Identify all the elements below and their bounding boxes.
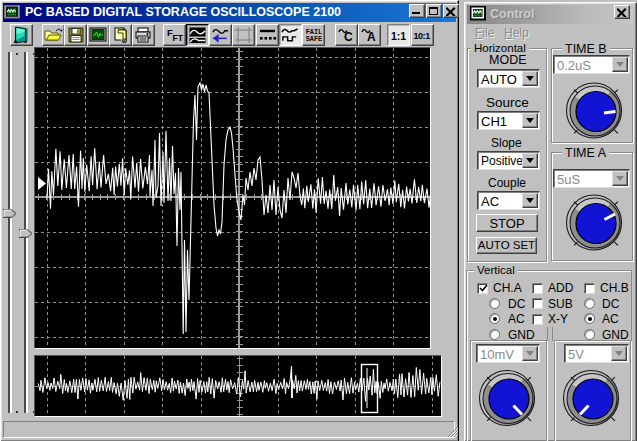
svg-text:1:1: 1:1 <box>391 31 406 42</box>
svg-text:C: C <box>344 30 353 44</box>
svg-text:10:1: 10:1 <box>413 31 430 41</box>
svg-text:SAFE: SAFE <box>305 35 321 43</box>
svg-text:FT: FT <box>173 33 184 43</box>
svg-text:A: A <box>367 30 376 44</box>
